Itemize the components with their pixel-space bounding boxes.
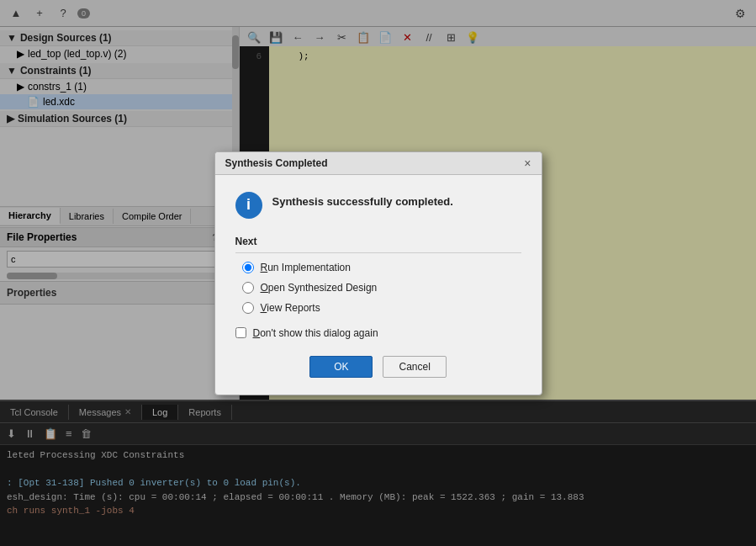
radio-open-synthesized-input[interactable] bbox=[242, 282, 254, 294]
dialog-titlebar: Synthesis Completed × bbox=[215, 152, 542, 175]
ok-button[interactable]: OK bbox=[309, 356, 373, 378]
radio-open-synthesized[interactable]: Open Synthesized Design bbox=[242, 282, 521, 294]
dialog-close-button[interactable]: × bbox=[524, 157, 531, 169]
dialog-next-label: Next bbox=[235, 236, 521, 253]
dont-show-label: Don't show this dialog again bbox=[253, 327, 378, 339]
dialog-radio-group: Run Implementation Open Synthesized Desi… bbox=[235, 262, 521, 314]
radio-view-reports-input[interactable] bbox=[242, 302, 254, 314]
radio-open-synthesized-label: Open Synthesized Design bbox=[261, 282, 378, 294]
dialog-message-row: i Synthesis successfully completed. bbox=[235, 192, 521, 219]
radio-view-reports-label: View Reports bbox=[261, 302, 320, 314]
info-icon: i bbox=[235, 192, 262, 219]
synthesis-dialog: Synthesis Completed × i Synthesis succes… bbox=[214, 151, 542, 395]
ide-container: ▲ + ? 0 ⚙ ▼ Design Sources (1) ▶ led_top… bbox=[0, 0, 756, 546]
dialog-title: Synthesis Completed bbox=[225, 157, 328, 169]
modal-overlay: Synthesis Completed × i Synthesis succes… bbox=[0, 0, 756, 546]
dialog-message-text: Synthesis successfully completed. bbox=[272, 192, 453, 208]
radio-view-reports[interactable]: View Reports bbox=[242, 302, 521, 314]
dialog-body: i Synthesis successfully completed. Next… bbox=[215, 175, 542, 395]
radio-run-implementation-label: Run Implementation bbox=[261, 262, 351, 273]
radio-run-implementation[interactable]: Run Implementation bbox=[242, 262, 521, 273]
cancel-button[interactable]: Cancel bbox=[383, 356, 446, 378]
dont-show-checkbox[interactable] bbox=[235, 327, 246, 338]
dont-show-row: Don't show this dialog again bbox=[235, 327, 521, 339]
dialog-buttons: OK Cancel bbox=[235, 356, 521, 378]
radio-run-implementation-input[interactable] bbox=[242, 262, 254, 273]
